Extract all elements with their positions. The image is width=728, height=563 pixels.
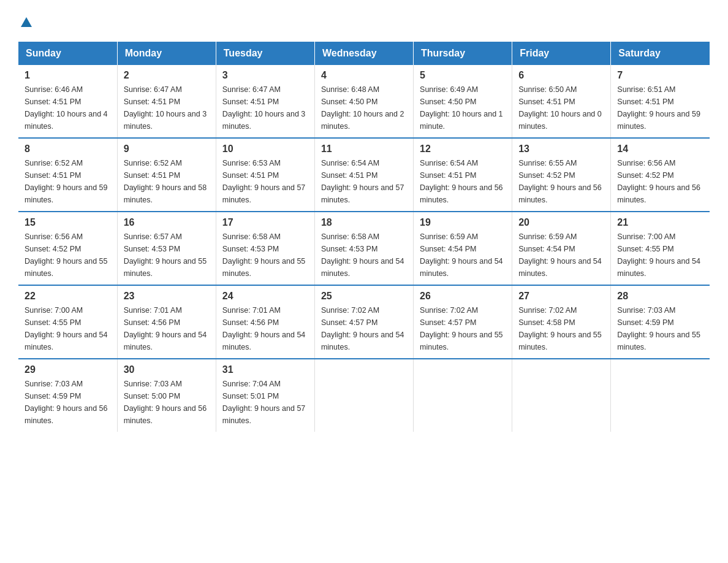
week-row-2: 8Sunrise: 6:52 AMSunset: 4:51 PMDaylight… <box>18 138 710 212</box>
day-cell <box>414 359 512 432</box>
day-cell <box>512 359 611 432</box>
header-monday: Monday <box>117 42 216 65</box>
day-info: Sunrise: 7:02 AMSunset: 4:57 PMDaylight:… <box>321 304 407 353</box>
day-cell: 20Sunrise: 6:59 AMSunset: 4:54 PMDayligh… <box>512 212 611 285</box>
day-cell: 26Sunrise: 7:02 AMSunset: 4:57 PMDayligh… <box>414 285 512 359</box>
day-number: 12 <box>420 144 506 155</box>
day-info: Sunrise: 6:52 AMSunset: 4:51 PMDaylight:… <box>25 157 111 206</box>
day-cell: 5Sunrise: 6:49 AMSunset: 4:50 PMDaylight… <box>414 65 512 138</box>
day-cell: 27Sunrise: 7:02 AMSunset: 4:58 PMDayligh… <box>512 285 611 359</box>
day-number: 28 <box>617 291 703 302</box>
day-number: 24 <box>222 291 308 302</box>
day-info: Sunrise: 6:59 AMSunset: 4:54 PMDaylight:… <box>518 231 604 280</box>
day-cell: 21Sunrise: 7:00 AMSunset: 4:55 PMDayligh… <box>611 212 710 285</box>
day-info: Sunrise: 7:02 AMSunset: 4:58 PMDaylight:… <box>518 304 604 353</box>
day-info: Sunrise: 7:01 AMSunset: 4:56 PMDaylight:… <box>222 304 308 353</box>
day-number: 1 <box>25 70 111 81</box>
day-cell: 31Sunrise: 7:04 AMSunset: 5:01 PMDayligh… <box>216 359 314 432</box>
page-header <box>18 12 710 29</box>
day-cell: 25Sunrise: 7:02 AMSunset: 4:57 PMDayligh… <box>314 285 413 359</box>
day-cell: 4Sunrise: 6:48 AMSunset: 4:50 PMDaylight… <box>314 65 413 138</box>
day-number: 16 <box>124 217 210 228</box>
day-info: Sunrise: 6:51 AMSunset: 4:51 PMDaylight:… <box>617 83 703 132</box>
day-cell: 19Sunrise: 6:59 AMSunset: 4:54 PMDayligh… <box>414 212 512 285</box>
day-cell: 12Sunrise: 6:54 AMSunset: 4:51 PMDayligh… <box>414 138 512 212</box>
day-cell: 17Sunrise: 6:58 AMSunset: 4:53 PMDayligh… <box>216 212 314 285</box>
day-cell <box>611 359 710 432</box>
day-number: 15 <box>25 217 111 228</box>
day-cell: 6Sunrise: 6:50 AMSunset: 4:51 PMDaylight… <box>512 65 611 138</box>
day-number: 31 <box>222 364 308 375</box>
header-tuesday: Tuesday <box>216 42 314 65</box>
day-cell: 13Sunrise: 6:55 AMSunset: 4:52 PMDayligh… <box>512 138 611 212</box>
day-cell: 28Sunrise: 7:03 AMSunset: 4:59 PMDayligh… <box>611 285 710 359</box>
day-info: Sunrise: 7:03 AMSunset: 4:59 PMDaylight:… <box>617 304 703 353</box>
calendar-table: SundayMondayTuesdayWednesdayThursdayFrid… <box>18 42 710 432</box>
week-row-1: 1Sunrise: 6:46 AMSunset: 4:51 PMDaylight… <box>18 65 710 138</box>
day-number: 19 <box>420 217 506 228</box>
day-number: 13 <box>518 144 604 155</box>
day-cell: 15Sunrise: 6:56 AMSunset: 4:52 PMDayligh… <box>18 212 117 285</box>
day-number: 11 <box>321 144 407 155</box>
day-info: Sunrise: 7:00 AMSunset: 4:55 PMDaylight:… <box>25 304 111 353</box>
day-cell: 30Sunrise: 7:03 AMSunset: 5:00 PMDayligh… <box>117 359 216 432</box>
day-number: 29 <box>25 364 111 375</box>
day-info: Sunrise: 6:47 AMSunset: 4:51 PMDaylight:… <box>124 83 210 132</box>
day-cell: 1Sunrise: 6:46 AMSunset: 4:51 PMDaylight… <box>18 65 117 138</box>
day-number: 23 <box>124 291 210 302</box>
day-info: Sunrise: 6:46 AMSunset: 4:51 PMDaylight:… <box>25 83 111 132</box>
day-cell: 10Sunrise: 6:53 AMSunset: 4:51 PMDayligh… <box>216 138 314 212</box>
header-thursday: Thursday <box>414 42 512 65</box>
day-info: Sunrise: 6:57 AMSunset: 4:53 PMDaylight:… <box>124 231 210 280</box>
day-number: 5 <box>420 70 506 81</box>
day-number: 25 <box>321 291 407 302</box>
day-info: Sunrise: 6:54 AMSunset: 4:51 PMDaylight:… <box>321 157 407 206</box>
day-cell: 18Sunrise: 6:58 AMSunset: 4:53 PMDayligh… <box>314 212 413 285</box>
day-info: Sunrise: 6:59 AMSunset: 4:54 PMDaylight:… <box>420 231 506 280</box>
day-info: Sunrise: 6:50 AMSunset: 4:51 PMDaylight:… <box>518 83 604 132</box>
day-cell: 3Sunrise: 6:47 AMSunset: 4:51 PMDaylight… <box>216 65 314 138</box>
header-saturday: Saturday <box>611 42 710 65</box>
header-friday: Friday <box>512 42 611 65</box>
day-number: 10 <box>222 144 308 155</box>
day-number: 4 <box>321 70 407 81</box>
week-row-3: 15Sunrise: 6:56 AMSunset: 4:52 PMDayligh… <box>18 212 710 285</box>
week-row-4: 22Sunrise: 7:00 AMSunset: 4:55 PMDayligh… <box>18 285 710 359</box>
day-number: 2 <box>124 70 210 81</box>
day-info: Sunrise: 6:56 AMSunset: 4:52 PMDaylight:… <box>25 231 111 280</box>
day-number: 27 <box>518 291 604 302</box>
day-info: Sunrise: 6:52 AMSunset: 4:51 PMDaylight:… <box>124 157 210 206</box>
day-number: 6 <box>518 70 604 81</box>
day-cell: 23Sunrise: 7:01 AMSunset: 4:56 PMDayligh… <box>117 285 216 359</box>
day-info: Sunrise: 7:03 AMSunset: 4:59 PMDaylight:… <box>25 378 111 427</box>
day-info: Sunrise: 6:58 AMSunset: 4:53 PMDaylight:… <box>222 231 308 280</box>
day-number: 30 <box>124 364 210 375</box>
day-info: Sunrise: 7:04 AMSunset: 5:01 PMDaylight:… <box>222 378 308 427</box>
day-cell: 24Sunrise: 7:01 AMSunset: 4:56 PMDayligh… <box>216 285 314 359</box>
day-cell: 2Sunrise: 6:47 AMSunset: 4:51 PMDaylight… <box>117 65 216 138</box>
header-sunday: Sunday <box>18 42 117 65</box>
day-number: 21 <box>617 217 703 228</box>
day-info: Sunrise: 6:54 AMSunset: 4:51 PMDaylight:… <box>420 157 506 206</box>
week-row-5: 29Sunrise: 7:03 AMSunset: 4:59 PMDayligh… <box>18 359 710 432</box>
day-number: 3 <box>222 70 308 81</box>
day-cell: 11Sunrise: 6:54 AMSunset: 4:51 PMDayligh… <box>314 138 413 212</box>
day-cell <box>314 359 413 432</box>
day-cell: 16Sunrise: 6:57 AMSunset: 4:53 PMDayligh… <box>117 212 216 285</box>
day-number: 26 <box>420 291 506 302</box>
day-info: Sunrise: 6:56 AMSunset: 4:52 PMDaylight:… <box>617 157 703 206</box>
day-info: Sunrise: 6:58 AMSunset: 4:53 PMDaylight:… <box>321 231 407 280</box>
day-cell: 9Sunrise: 6:52 AMSunset: 4:51 PMDaylight… <box>117 138 216 212</box>
day-number: 9 <box>124 144 210 155</box>
svg-marker-0 <box>21 17 32 27</box>
day-cell: 14Sunrise: 6:56 AMSunset: 4:52 PMDayligh… <box>611 138 710 212</box>
logo-triangle-icon <box>20 16 33 29</box>
day-cell: 22Sunrise: 7:00 AMSunset: 4:55 PMDayligh… <box>18 285 117 359</box>
logo <box>18 12 33 29</box>
day-info: Sunrise: 7:03 AMSunset: 5:00 PMDaylight:… <box>124 378 210 427</box>
day-info: Sunrise: 6:48 AMSunset: 4:50 PMDaylight:… <box>321 83 407 132</box>
day-number: 22 <box>25 291 111 302</box>
day-cell: 8Sunrise: 6:52 AMSunset: 4:51 PMDaylight… <box>18 138 117 212</box>
day-info: Sunrise: 7:01 AMSunset: 4:56 PMDaylight:… <box>124 304 210 353</box>
day-number: 18 <box>321 217 407 228</box>
